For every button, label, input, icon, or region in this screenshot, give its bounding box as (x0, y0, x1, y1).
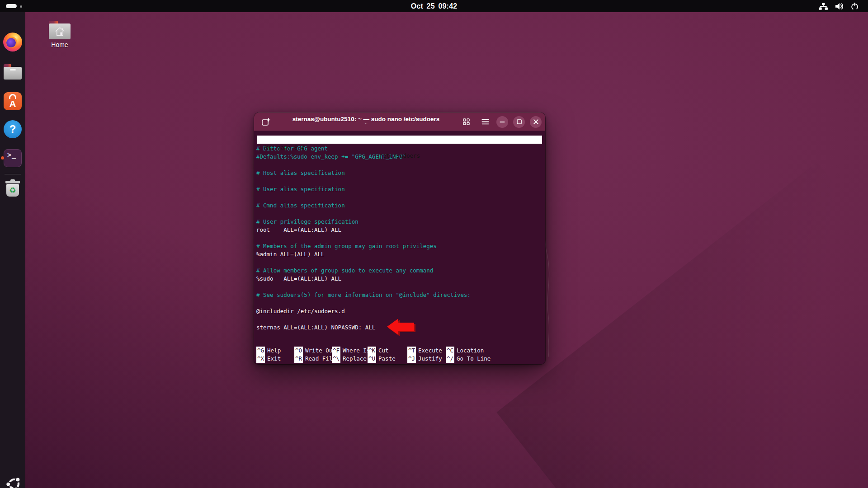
nano-shortcut-key: ^/ (446, 355, 454, 363)
house-glyph (54, 26, 66, 37)
nano-shortcut-key: ^C (446, 347, 454, 355)
terminal-line: # Host alias specification (256, 169, 543, 177)
tab-grid-icon (463, 118, 470, 125)
nano-shortcut-label: Execute (418, 347, 442, 354)
terminal-line: # See sudoers(5) for more information on… (256, 291, 543, 299)
window-subtitle: ~ (272, 122, 460, 127)
dock-trash[interactable]: ♻ (3, 178, 22, 197)
nano-shortcut: ^RRead File (294, 355, 336, 363)
minimize-icon (500, 121, 505, 123)
nano-shortcut-label: Justify (418, 355, 442, 362)
terminal-line: # Cmnd alias specification (256, 202, 543, 210)
nano-shortcut-key: ^T (407, 347, 416, 355)
tab-overview-button[interactable] (460, 116, 472, 128)
nano-shortcut-label: Read File (305, 355, 336, 362)
home-folder-icon (49, 21, 71, 40)
power-icon (850, 2, 859, 10)
clock[interactable]: Oct 25 09:42 (0, 0, 868, 12)
terminal-line: # User privilege specification (256, 218, 543, 226)
nano-shortcut: ^CLocation (446, 347, 491, 355)
nano-shortcut-bar: ^GHelp^XExit^OWrite Out^RRead File^FWher… (256, 347, 543, 363)
terminal-line (256, 193, 543, 202)
close-icon (533, 119, 538, 124)
nano-shortcut-key: ^\ (332, 355, 340, 363)
nano-shortcut-label: Help (267, 347, 281, 354)
new-tab-button[interactable] (259, 116, 272, 128)
trash-icon: ♻ (5, 179, 21, 197)
maximize-icon (517, 119, 522, 124)
annotation-arrow-left-icon (386, 318, 416, 338)
wallpaper-facet (496, 162, 868, 488)
terminal-line (256, 161, 543, 169)
dock-help[interactable]: ? (3, 120, 22, 139)
new-tab-icon (261, 117, 271, 127)
terminal-line: %sudo ALL=(ALL:ALL) ALL (256, 275, 543, 283)
terminal-icon: >_ (4, 149, 22, 167)
nano-shortcut-column: ^OWrite Out^RRead File (294, 347, 336, 363)
nano-filename: /etc/sudoers (257, 152, 542, 160)
home-icon-label: Home (47, 41, 72, 48)
dock: A ? >_ ♻ (0, 12, 25, 488)
menu-button[interactable] (479, 116, 491, 128)
close-button[interactable] (530, 116, 542, 128)
nano-shortcut: ^\Replace (332, 355, 370, 363)
nano-shortcut-column: ^KCut^UPaste (368, 347, 396, 363)
ubuntu-logo-icon (5, 475, 23, 488)
nano-shortcut-label: Exit (267, 355, 281, 362)
nano-shortcut: ^GHelp (256, 347, 281, 355)
nano-shortcut-key: ^R (294, 355, 303, 363)
nano-shortcut-label: Write Out (305, 347, 336, 354)
nano-shortcut-key: ^G (256, 347, 265, 355)
volume-icon (835, 2, 844, 10)
terminal-line: # Members of the admin group may gain ro… (256, 242, 543, 250)
nano-shortcut-column: ^CLocation^/Go To Line (446, 347, 491, 363)
nano-shortcut-column: ^GHelp^XExit (256, 347, 281, 363)
nano-shortcut: ^OWrite Out (294, 347, 336, 355)
nano-shortcut: ^/Go To Line (446, 355, 491, 363)
nano-shortcut-label: Where Is (343, 347, 370, 354)
nano-shortcut-label: Location (457, 347, 484, 354)
ubuntu-software-icon: A (4, 92, 22, 110)
terminal-running-indicator (1, 156, 4, 160)
window-titlebar[interactable]: sternas@ubuntu2510: ~ — sudo nano /etc/s… (254, 113, 545, 131)
nano-shortcut: ^UPaste (368, 355, 396, 363)
nano-shortcut-key: ^J (407, 355, 416, 363)
help-icon: ? (4, 120, 22, 138)
nano-shortcut: ^FWhere Is (332, 347, 370, 355)
terminal-line (256, 258, 543, 267)
network-icon (818, 2, 828, 10)
system-tray[interactable] (818, 0, 859, 12)
desktop-home-icon[interactable]: Home (47, 21, 72, 48)
nano-shortcut-label: Cut (378, 347, 389, 354)
terminal-line (256, 234, 543, 242)
dock-files[interactable] (3, 62, 22, 81)
nano-shortcut-label: Paste (378, 355, 396, 362)
files-icon (4, 64, 22, 80)
nano-shortcut-key: ^U (368, 355, 376, 363)
terminal-buffer: # Ditto for GPG agent#Defaults:%sudo env… (256, 145, 543, 332)
nano-shortcut: ^TExecute (407, 347, 442, 355)
dock-terminal[interactable]: >_ (3, 149, 22, 168)
terminal-line: # User alias specification (256, 185, 543, 193)
terminal-line (256, 283, 543, 291)
top-bar: Oct 25 09:42 (0, 0, 868, 12)
maximize-button[interactable] (513, 116, 525, 128)
nano-shortcut: ^XExit (256, 355, 281, 363)
nano-shortcut-column: ^FWhere Is^\Replace (332, 347, 370, 363)
menu-icon (481, 119, 489, 125)
minimize-button[interactable] (496, 116, 508, 128)
nano-version: GNU nano 8.4 (264, 144, 304, 152)
nano-shortcut-key: ^O (294, 347, 303, 355)
dock-separator (5, 174, 21, 174)
nano-shortcut-column: ^TExecute^JJustify (407, 347, 442, 363)
nano-shortcut-key: ^K (368, 347, 376, 355)
terminal-line: @includedir /etc/sudoers.d (256, 307, 543, 315)
terminal-line (256, 177, 543, 185)
terminal-line: %admin ALL=(ALL) ALL (256, 250, 543, 258)
nano-shortcut: ^JJustify (407, 355, 442, 363)
nano-shortcut: ^KCut (368, 347, 396, 355)
dock-firefox[interactable] (3, 33, 22, 52)
nano-titlebar: GNU nano 8.4 /etc/sudoers (257, 136, 542, 144)
dock-ubuntu-software[interactable]: A (3, 92, 22, 111)
nano-shortcut-key: ^X (256, 355, 265, 363)
